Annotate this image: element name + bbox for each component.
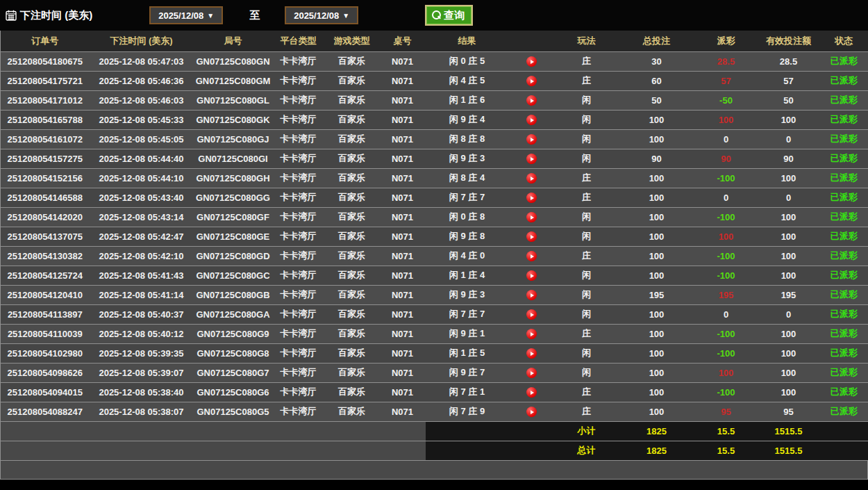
to-label: 至 bbox=[249, 9, 260, 22]
video-cell bbox=[509, 168, 555, 188]
column-header: 桌号 bbox=[380, 31, 426, 51]
table-body: 2512080541806752025-12-08 05:47:03GN0712… bbox=[1, 51, 868, 421]
bet-time-cell: 2025-12-08 05:39:35 bbox=[90, 343, 194, 363]
valid-bet-cell: 90 bbox=[758, 149, 820, 168]
replay-video-icon[interactable] bbox=[526, 368, 537, 378]
platform-cell: 卡卡湾厅 bbox=[273, 188, 324, 207]
bet-time-cell: 2025-12-08 05:44:10 bbox=[90, 168, 194, 188]
replay-video-icon[interactable] bbox=[526, 212, 537, 222]
status-cell: 已派彩 bbox=[820, 110, 868, 129]
chevron-down-icon: ▼ bbox=[207, 12, 214, 19]
table-no-cell: N071 bbox=[380, 51, 426, 71]
bet-time-cell: 2025-12-08 05:43:40 bbox=[90, 188, 194, 207]
status-cell: 已派彩 bbox=[820, 266, 868, 285]
valid-bet-cell: 57 bbox=[758, 71, 820, 90]
replay-video-icon[interactable] bbox=[526, 251, 537, 261]
valid-bet-cell: 100 bbox=[758, 343, 820, 363]
result-cell: 闲 9 庄 7 bbox=[426, 363, 509, 382]
total-bet-cell: 100 bbox=[619, 343, 695, 363]
valid-bet-cell: 100 bbox=[758, 266, 820, 285]
payout-cell: 100 bbox=[695, 363, 758, 382]
replay-video-icon[interactable] bbox=[526, 407, 537, 417]
table-no-cell: N071 bbox=[380, 285, 426, 304]
game-type-cell: 百家乐 bbox=[324, 51, 380, 71]
payout-cell: -100 bbox=[695, 382, 758, 402]
table-row: 2512080540882472025-12-08 05:38:07GN0712… bbox=[1, 402, 868, 421]
replay-video-icon[interactable] bbox=[526, 76, 537, 86]
table-row: 2512080541100392025-12-08 05:40:12GN0712… bbox=[1, 324, 868, 343]
column-header: 局号 bbox=[194, 31, 273, 51]
status-cell: 已派彩 bbox=[820, 129, 868, 149]
total-bet-cell: 100 bbox=[619, 363, 695, 382]
replay-video-icon[interactable] bbox=[526, 134, 537, 145]
status-cell: 已派彩 bbox=[820, 90, 868, 110]
replay-video-icon[interactable] bbox=[526, 231, 537, 242]
replay-video-icon[interactable] bbox=[526, 387, 537, 398]
replay-video-icon[interactable] bbox=[526, 309, 537, 320]
replay-video-icon[interactable] bbox=[526, 56, 537, 67]
date-from-select[interactable]: 2025/12/08 ▼ bbox=[149, 6, 223, 24]
result-cell: 闲 1 庄 5 bbox=[426, 343, 509, 363]
replay-video-icon[interactable] bbox=[526, 348, 537, 359]
play-type-cell: 庄 bbox=[555, 51, 619, 71]
result-cell: 闲 7 庄 7 bbox=[426, 188, 509, 207]
table-row: 2512080541257242025-12-08 05:41:43GN0712… bbox=[1, 266, 868, 285]
round-id-cell: GN07125C080GD bbox=[194, 246, 273, 266]
toolbar: 下注时间 (美东) 2025/12/08 ▼ 至 2025/12/08 ▼ 查询 bbox=[0, 0, 868, 31]
play-type-cell: 闲 bbox=[555, 227, 619, 246]
column-header: 游戏类型 bbox=[324, 31, 380, 51]
table-no-cell: N071 bbox=[380, 266, 426, 285]
round-id-cell: GN07125C080GG bbox=[194, 188, 273, 207]
query-button[interactable]: 查询 bbox=[425, 5, 473, 26]
result-cell: 闲 8 庄 4 bbox=[426, 168, 509, 188]
calendar-icon bbox=[6, 10, 17, 21]
replay-video-icon[interactable] bbox=[526, 95, 537, 106]
total-payout: 15.5 bbox=[695, 441, 758, 460]
column-header bbox=[509, 31, 555, 51]
payout-cell: 28.5 bbox=[695, 51, 758, 71]
video-cell bbox=[509, 266, 555, 285]
round-id-cell: GN07125C080G8 bbox=[194, 343, 273, 363]
game-type-cell: 百家乐 bbox=[324, 110, 380, 129]
payout-cell: 0 bbox=[695, 129, 758, 149]
result-cell: 闲 4 庄 5 bbox=[426, 71, 509, 90]
game-type-cell: 百家乐 bbox=[324, 324, 380, 343]
table-row: 2512080540986262025-12-08 05:39:07GN0712… bbox=[1, 363, 868, 382]
game-type-cell: 百家乐 bbox=[324, 382, 380, 402]
round-id-cell: GN07125C080G6 bbox=[194, 382, 273, 402]
replay-video-icon[interactable] bbox=[526, 115, 537, 125]
play-type-cell: 庄 bbox=[555, 402, 619, 421]
replay-video-icon[interactable] bbox=[526, 173, 537, 183]
column-header: 下注时间 (美东) bbox=[90, 31, 194, 51]
valid-bet-cell: 100 bbox=[758, 324, 820, 343]
total-bet-cell: 100 bbox=[619, 110, 695, 129]
table-no-cell: N071 bbox=[380, 324, 426, 343]
date-to-select[interactable]: 2025/12/08 ▼ bbox=[285, 6, 358, 24]
replay-video-icon[interactable] bbox=[526, 329, 537, 339]
result-cell: 闲 9 庄 3 bbox=[426, 149, 509, 168]
replay-video-icon[interactable] bbox=[526, 154, 537, 164]
column-header: 结果 bbox=[426, 31, 509, 51]
table-row: 2512080541029802025-12-08 05:39:35GN0712… bbox=[1, 343, 868, 363]
round-id-cell: GN07125C080GM bbox=[194, 71, 273, 90]
replay-video-icon[interactable] bbox=[526, 193, 537, 203]
table-row: 2512080541303822025-12-08 05:42:10GN0712… bbox=[1, 246, 868, 266]
platform-cell: 卡卡湾厅 bbox=[273, 90, 324, 110]
table-no-cell: N071 bbox=[380, 343, 426, 363]
total-bet-cell: 100 bbox=[619, 227, 695, 246]
total-bet-cell: 100 bbox=[619, 304, 695, 324]
round-id-cell: GN07125C080G7 bbox=[194, 363, 273, 382]
replay-video-icon[interactable] bbox=[526, 290, 537, 300]
platform-cell: 卡卡湾厅 bbox=[273, 246, 324, 266]
order-id-cell: 251208054088247 bbox=[1, 402, 90, 421]
platform-cell: 卡卡湾厅 bbox=[273, 304, 324, 324]
status-cell: 已派彩 bbox=[820, 304, 868, 324]
platform-cell: 卡卡湾厅 bbox=[273, 110, 324, 129]
game-type-cell: 百家乐 bbox=[324, 363, 380, 382]
total-row: 总计 1825 15.5 1515.5 bbox=[1, 441, 868, 460]
bet-time-cell: 2025-12-08 05:46:03 bbox=[90, 90, 194, 110]
replay-video-icon[interactable] bbox=[526, 270, 537, 281]
valid-bet-cell: 0 bbox=[758, 129, 820, 149]
order-id-cell: 251208054142020 bbox=[1, 207, 90, 227]
valid-bet-cell: 0 bbox=[758, 304, 820, 324]
